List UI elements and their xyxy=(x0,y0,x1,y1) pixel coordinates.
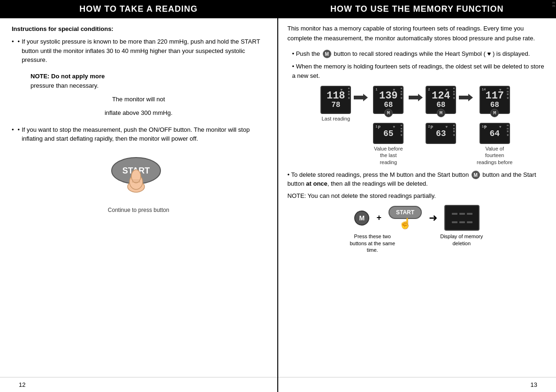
page-number-right: 13 xyxy=(531,381,537,388)
last-reading-col: mmHg 118 78 ♥ Last reading xyxy=(320,86,351,122)
note-block: NOTE: Do not apply more pressure than ne… xyxy=(30,72,247,118)
deletion-display: mm xyxy=(444,205,480,231)
bullet-item-2: • If you want to stop the measurement, p… xyxy=(12,125,266,143)
instructions-title: Instructions for special conditions: xyxy=(12,25,266,32)
bullet-marker-2: • xyxy=(18,125,20,143)
note-italic2: inflate above 300 mmHg. xyxy=(30,108,247,118)
m-button-inline: M xyxy=(472,171,480,179)
last-bottom: 78 xyxy=(331,101,340,109)
bullet-text-2: If you want to stop the measurement, pus… xyxy=(22,125,265,143)
dash-row-2 xyxy=(452,221,472,223)
page-number-left: 12 xyxy=(19,381,25,388)
mem2-bottom: 68 xyxy=(436,101,445,109)
note-italic1: The monitor will not xyxy=(30,95,247,105)
bullet-item-1: • If your systolic pressure is known to … xyxy=(12,37,266,65)
pulse2-p-label: P xyxy=(430,125,433,130)
pulse2-val: 63 xyxy=(436,129,446,138)
mem3-top: 117 xyxy=(485,91,504,101)
display-deletion-label: Display of memory deletion xyxy=(438,233,485,253)
svg-marker-7 xyxy=(354,94,368,101)
bullet-list-2: • If you want to stop the measurement, p… xyxy=(12,125,266,143)
last-reading-display: mmHg 118 78 ♥ xyxy=(320,86,351,114)
note-line2: pressure than necessary. xyxy=(30,81,247,91)
dash-seg-3 xyxy=(467,213,472,215)
delete-text2: , then all the readings will be deleted. xyxy=(328,180,428,187)
right-arrow-delete: ➜ xyxy=(429,212,437,224)
mem1-display: mmHg ♥ 1 139 68 M xyxy=(373,86,404,114)
bullet-marker: • xyxy=(18,37,20,65)
mem3-col: mmHg ♥ 14 117 68 M mmHg ♥ 14 P 64 xyxy=(476,86,513,166)
delete-section: • To delete stored readings, press the M… xyxy=(288,170,547,201)
start-button-area: START Continue to press button xyxy=(12,153,266,213)
mem1-col: mmHg ♥ 1 139 68 M mmHg ♥ 1 P 65 xyxy=(371,86,406,166)
dash-seg-6 xyxy=(467,221,472,223)
bullet-list: • If your systolic pressure is known to … xyxy=(12,37,266,65)
bottom-labels-row: Press these two buttons at the same time… xyxy=(288,233,547,253)
pulse1-p-label: P xyxy=(378,125,381,130)
press-two-label: Press these two buttons at the same time… xyxy=(349,233,396,253)
mem1-m-badge: M xyxy=(384,109,393,117)
continue-press-label: Continue to press button xyxy=(108,207,169,213)
right-bullet-1: Push the M button to recall stored readi… xyxy=(288,49,547,59)
mem2-col: mmHg ♥ 2 124 68 M mmHg ♥ 2 P 63 xyxy=(426,86,456,144)
start-finger-icon: ☝ xyxy=(399,218,411,230)
mem2-m-badge: M xyxy=(437,109,445,117)
svg-marker-8 xyxy=(409,94,423,101)
arrow-3 xyxy=(459,93,473,102)
left-section-header: HOW TO TAKE A READING xyxy=(0,0,277,18)
arrow-2 xyxy=(409,93,423,102)
dash-seg-2 xyxy=(459,213,465,215)
mem2-display: mmHg ♥ 2 124 68 M xyxy=(426,86,456,114)
dash-seg-5 xyxy=(459,221,465,223)
last-top: 118 xyxy=(327,91,345,101)
pulse1-box: mmHg ♥ 1 P 65 xyxy=(373,123,404,144)
m-button-group: M xyxy=(354,211,369,226)
page-numbers-right: 13 xyxy=(278,377,556,392)
pulse1-val: 65 xyxy=(383,129,394,138)
pulse1-mmhg: mmHg xyxy=(401,124,403,136)
dash-seg-1 xyxy=(452,213,457,215)
mmhg-label-3: mmHg xyxy=(453,87,455,99)
mem3-bottom: 68 xyxy=(490,101,499,109)
pulse3-val: 64 xyxy=(489,129,500,138)
arrow-1 xyxy=(354,93,368,102)
delete-bold: at once xyxy=(306,180,328,187)
mem1-bottom: 68 xyxy=(384,101,393,109)
last-reading-label: Last reading xyxy=(321,115,350,122)
dash-seg-4 xyxy=(452,221,457,223)
svg-marker-9 xyxy=(459,94,473,101)
start-btn-group: START ☝ xyxy=(388,206,422,230)
delete-text: • To delete stored readings, press the M… xyxy=(288,170,547,188)
mmhg-label-4: mmHg xyxy=(507,87,509,99)
bottom-buttons-row: M + START ☝ ➜ mm xyxy=(288,205,547,231)
right-intro: This monitor has a memory capable of sto… xyxy=(288,24,547,44)
bullet-text-1: If your systolic pressure is known to be… xyxy=(22,37,265,65)
blank-mmhg: mm xyxy=(552,1,555,8)
pulse2-mmhg: mmHg xyxy=(453,124,455,136)
plus-sign: + xyxy=(376,213,381,223)
pulse3-p-label: P xyxy=(484,125,487,130)
mmhg-label-1: mmHg xyxy=(348,87,350,99)
m-button[interactable]: M xyxy=(354,211,369,226)
dash-row-1 xyxy=(452,213,472,215)
mem3-display: mmHg ♥ 14 117 68 M xyxy=(480,86,510,114)
page-numbers-left: 12 xyxy=(0,377,277,392)
note-label: NOTE: Do not apply more xyxy=(30,72,247,82)
mem2-top: 124 xyxy=(432,91,450,101)
right-bullets: Push the M button to recall stored readi… xyxy=(288,49,547,81)
right-bullet-2: When the memory is holding fourteen sets… xyxy=(288,62,547,80)
mem1-top: 139 xyxy=(379,91,398,101)
right-section-header: HOW TO USE THE MEMORY FUNCTION xyxy=(278,0,556,18)
note-delete: NOTE: You can not delete the stored read… xyxy=(288,191,547,201)
pulse2-box: mmHg ♥ 2 P 63 xyxy=(426,123,456,144)
displays-row: mmHg 118 78 ♥ Last reading mmHg ♥ xyxy=(288,86,547,166)
pulse3-mmhg: mmHg xyxy=(507,124,509,136)
mem3-label: Value of fourteen readings before xyxy=(476,145,513,166)
start-button-illustration: START xyxy=(106,153,171,204)
pulse3-box: mmHg ♥ 14 P 64 xyxy=(480,123,510,144)
mmhg-label-2: mmHg xyxy=(401,87,403,99)
svg-point-4 xyxy=(131,170,141,183)
pulse1-caption: Value beforethe last reading xyxy=(371,145,406,166)
mem3-m-badge: M xyxy=(490,109,499,117)
